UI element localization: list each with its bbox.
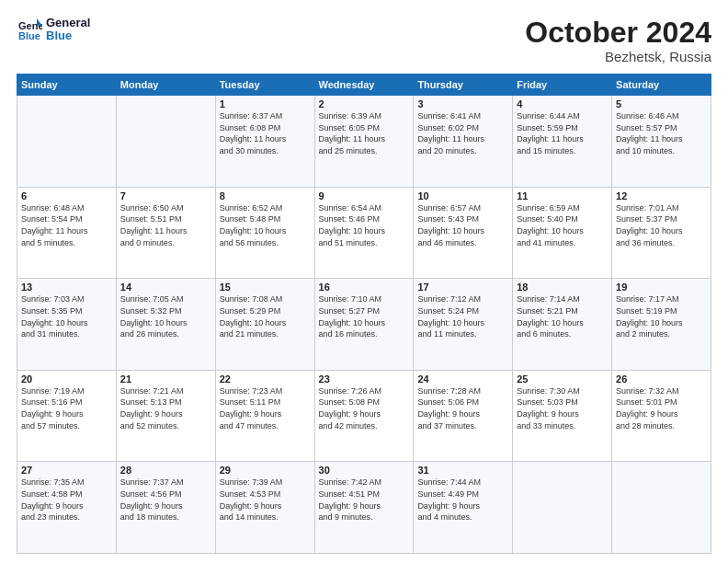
day-number: 10: [417, 190, 508, 201]
day-number: 22: [220, 373, 311, 385]
day-cell: 12Sunrise: 7:01 AM Sunset: 5:37 PM Dayli…: [612, 187, 711, 279]
day-info: Sunrise: 7:03 AM Sunset: 5:35 PM Dayligh…: [21, 293, 112, 339]
day-info: Sunrise: 7:32 AM Sunset: 5:01 PM Dayligh…: [616, 385, 707, 431]
day-info: Sunrise: 7:21 AM Sunset: 5:13 PM Dayligh…: [120, 385, 211, 431]
day-cell: 9Sunrise: 6:54 AM Sunset: 5:46 PM Daylig…: [314, 187, 414, 279]
day-info: Sunrise: 7:01 AM Sunset: 5:37 PM Dayligh…: [616, 202, 707, 248]
day-cell: 28Sunrise: 7:37 AM Sunset: 4:56 PM Dayli…: [116, 462, 215, 554]
week-row-3: 20Sunrise: 7:19 AM Sunset: 5:16 PM Dayli…: [17, 370, 711, 462]
day-cell: 3Sunrise: 6:41 AM Sunset: 6:02 PM Daylig…: [414, 96, 513, 188]
day-number: 6: [21, 190, 112, 201]
col-sunday: Sunday: [17, 75, 117, 96]
page: General Blue General Blue October 2024 B…: [0, 0, 728, 563]
day-info: Sunrise: 7:26 AM Sunset: 5:08 PM Dayligh…: [319, 385, 410, 431]
day-cell: 11Sunrise: 6:59 AM Sunset: 5:40 PM Dayli…: [513, 187, 612, 279]
day-cell: 2Sunrise: 6:39 AM Sunset: 6:05 PM Daylig…: [314, 96, 414, 188]
day-number: 17: [417, 282, 508, 293]
day-info: Sunrise: 6:39 AM Sunset: 6:05 PM Dayligh…: [319, 110, 410, 156]
day-number: 28: [120, 465, 211, 476]
logo-line1: General: [46, 17, 90, 29]
day-info: Sunrise: 7:17 AM Sunset: 5:19 PM Dayligh…: [616, 293, 707, 339]
day-cell: 19Sunrise: 7:17 AM Sunset: 5:19 PM Dayli…: [612, 279, 711, 371]
day-info: Sunrise: 7:14 AM Sunset: 5:21 PM Dayligh…: [517, 293, 608, 339]
day-info: Sunrise: 7:44 AM Sunset: 4:49 PM Dayligh…: [417, 477, 508, 523]
day-cell: 31Sunrise: 7:44 AM Sunset: 4:49 PM Dayli…: [414, 462, 513, 554]
header-row: Sunday Monday Tuesday Wednesday Thursday…: [17, 75, 711, 96]
col-monday: Monday: [116, 75, 215, 96]
day-cell: 10Sunrise: 6:57 AM Sunset: 5:43 PM Dayli…: [414, 187, 513, 279]
day-number: 12: [616, 190, 707, 201]
title-block: October 2024 Bezhetsk, Russia: [525, 17, 711, 64]
week-row-2: 13Sunrise: 7:03 AM Sunset: 5:35 PM Dayli…: [17, 279, 711, 371]
day-info: Sunrise: 6:41 AM Sunset: 6:02 PM Dayligh…: [417, 110, 508, 156]
day-info: Sunrise: 7:28 AM Sunset: 5:06 PM Dayligh…: [417, 385, 508, 431]
day-number: 16: [319, 282, 410, 293]
day-cell: 22Sunrise: 7:23 AM Sunset: 5:11 PM Dayli…: [215, 370, 314, 462]
day-cell: 25Sunrise: 7:30 AM Sunset: 5:03 PM Dayli…: [513, 370, 612, 462]
day-cell: 29Sunrise: 7:39 AM Sunset: 4:53 PM Dayli…: [215, 462, 314, 554]
day-number: 14: [120, 282, 211, 293]
day-cell: [612, 462, 711, 554]
header: General Blue General Blue October 2024 B…: [17, 17, 711, 64]
day-cell: [17, 96, 117, 188]
day-number: 7: [120, 190, 211, 201]
subtitle: Bezhetsk, Russia: [525, 49, 711, 64]
day-info: Sunrise: 6:52 AM Sunset: 5:48 PM Dayligh…: [220, 202, 311, 248]
day-number: 3: [417, 98, 508, 109]
day-info: Sunrise: 7:05 AM Sunset: 5:32 PM Dayligh…: [120, 293, 211, 339]
day-info: Sunrise: 6:44 AM Sunset: 5:59 PM Dayligh…: [517, 110, 608, 156]
day-number: 2: [319, 98, 410, 109]
day-number: 27: [21, 465, 112, 476]
day-number: 26: [616, 373, 707, 385]
day-cell: [116, 96, 215, 188]
day-cell: 8Sunrise: 6:52 AM Sunset: 5:48 PM Daylig…: [215, 187, 314, 279]
day-info: Sunrise: 7:35 AM Sunset: 4:58 PM Dayligh…: [21, 477, 112, 523]
day-info: Sunrise: 6:57 AM Sunset: 5:43 PM Dayligh…: [417, 202, 508, 248]
day-number: 9: [319, 190, 410, 201]
day-info: Sunrise: 7:39 AM Sunset: 4:53 PM Dayligh…: [220, 477, 311, 523]
col-friday: Friday: [513, 75, 612, 96]
logo-line2: Blue: [46, 29, 90, 42]
logo-icon: General Blue: [17, 17, 42, 42]
col-saturday: Saturday: [612, 75, 711, 96]
day-cell: 24Sunrise: 7:28 AM Sunset: 5:06 PM Dayli…: [414, 370, 513, 462]
week-row-0: 1Sunrise: 6:37 AM Sunset: 6:08 PM Daylig…: [17, 96, 711, 188]
day-info: Sunrise: 6:48 AM Sunset: 5:54 PM Dayligh…: [21, 202, 112, 248]
day-number: 13: [21, 282, 112, 293]
day-cell: 1Sunrise: 6:37 AM Sunset: 6:08 PM Daylig…: [215, 96, 314, 188]
day-info: Sunrise: 7:12 AM Sunset: 5:24 PM Dayligh…: [417, 293, 508, 339]
day-number: 5: [616, 98, 707, 109]
day-cell: 4Sunrise: 6:44 AM Sunset: 5:59 PM Daylig…: [513, 96, 612, 188]
day-number: 29: [220, 465, 311, 476]
day-number: 15: [220, 282, 311, 293]
day-cell: [513, 462, 612, 554]
day-info: Sunrise: 7:30 AM Sunset: 5:03 PM Dayligh…: [517, 385, 608, 431]
col-tuesday: Tuesday: [215, 75, 314, 96]
day-cell: 20Sunrise: 7:19 AM Sunset: 5:16 PM Dayli…: [17, 370, 117, 462]
day-cell: 18Sunrise: 7:14 AM Sunset: 5:21 PM Dayli…: [513, 279, 612, 371]
day-cell: 6Sunrise: 6:48 AM Sunset: 5:54 PM Daylig…: [17, 187, 117, 279]
day-info: Sunrise: 7:10 AM Sunset: 5:27 PM Dayligh…: [319, 293, 410, 339]
day-cell: 5Sunrise: 6:46 AM Sunset: 5:57 PM Daylig…: [612, 96, 711, 188]
day-number: 8: [220, 190, 311, 201]
day-info: Sunrise: 7:08 AM Sunset: 5:29 PM Dayligh…: [220, 293, 311, 339]
week-row-4: 27Sunrise: 7:35 AM Sunset: 4:58 PM Dayli…: [17, 462, 711, 554]
day-number: 21: [120, 373, 211, 385]
logo: General Blue General Blue: [17, 17, 90, 43]
day-info: Sunrise: 6:50 AM Sunset: 5:51 PM Dayligh…: [120, 202, 211, 248]
day-cell: 14Sunrise: 7:05 AM Sunset: 5:32 PM Dayli…: [116, 279, 215, 371]
day-number: 18: [517, 282, 608, 293]
calendar: Sunday Monday Tuesday Wednesday Thursday…: [17, 74, 711, 554]
day-cell: 30Sunrise: 7:42 AM Sunset: 4:51 PM Dayli…: [314, 462, 414, 554]
day-number: 25: [517, 373, 608, 385]
day-info: Sunrise: 6:59 AM Sunset: 5:40 PM Dayligh…: [517, 202, 608, 248]
svg-text:Blue: Blue: [18, 30, 40, 41]
week-row-1: 6Sunrise: 6:48 AM Sunset: 5:54 PM Daylig…: [17, 187, 711, 279]
day-number: 30: [319, 465, 410, 476]
month-title: October 2024: [525, 17, 711, 49]
day-info: Sunrise: 7:42 AM Sunset: 4:51 PM Dayligh…: [319, 477, 410, 523]
day-cell: 17Sunrise: 7:12 AM Sunset: 5:24 PM Dayli…: [414, 279, 513, 371]
day-info: Sunrise: 6:37 AM Sunset: 6:08 PM Dayligh…: [220, 110, 311, 156]
day-cell: 27Sunrise: 7:35 AM Sunset: 4:58 PM Dayli…: [17, 462, 117, 554]
day-number: 19: [616, 282, 707, 293]
